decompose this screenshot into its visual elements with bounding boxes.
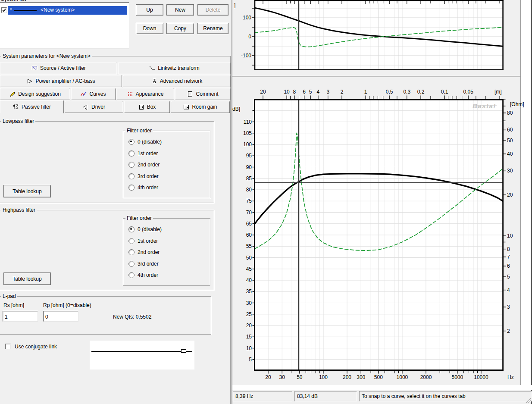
radio-label: 0 (disable): [138, 139, 162, 145]
lowpass-order-2-radio[interactable]: 2nd order: [128, 162, 160, 168]
svg-text:70: 70: [246, 210, 252, 216]
up-button[interactable]: Up: [136, 4, 163, 16]
svg-text:0,3: 0,3: [403, 89, 410, 95]
system-listbox[interactable]: * <New system>: [0, 2, 129, 49]
svg-text:5: 5: [507, 274, 510, 280]
svg-text:10: 10: [246, 345, 252, 351]
tab-linkwitz-transform[interactable]: Linkwitz transform: [118, 62, 231, 74]
rename-button[interactable]: Rename: [197, 23, 228, 34]
svg-text:500: 500: [374, 374, 383, 380]
highpass-table-lookup-button[interactable]: Table lookup: [3, 272, 51, 285]
highpass-order-1-radio[interactable]: 1st order: [128, 238, 158, 244]
svg-text:20: 20: [246, 323, 252, 329]
source-active-filter-icon: [31, 65, 38, 72]
svg-text:2000: 2000: [420, 374, 432, 380]
lpad-schematic: [90, 341, 194, 370]
copy-button[interactable]: Copy: [166, 23, 194, 34]
lowpass-order-3-radio[interactable]: 3rd order: [128, 173, 159, 179]
svg-text:45: 45: [246, 266, 252, 272]
svg-text:5: 5: [309, 89, 312, 95]
highpass-order-4-radio[interactable]: 4th order: [128, 272, 158, 278]
svg-text:50: 50: [246, 255, 252, 261]
radio-label: 3rd order: [138, 173, 159, 179]
svg-text:6: 6: [507, 263, 510, 269]
lowpass-order-0-radio[interactable]: 0 (disable): [128, 139, 162, 145]
new-qts-value: New Qts: 0,5502: [113, 314, 151, 320]
svg-text:2: 2: [341, 89, 344, 95]
svg-text:2: 2: [507, 328, 510, 334]
svg-text:200: 200: [343, 374, 351, 380]
linkwitz-transform-icon: [149, 65, 155, 72]
lowpass-filter-order-legend: Filter order: [125, 128, 153, 134]
new-button[interactable]: New: [166, 4, 194, 16]
advanced-network-icon: [151, 78, 157, 85]
radio-label: 4th order: [138, 185, 158, 191]
svg-text:35: 35: [246, 288, 252, 294]
rs-label: Rs [ohm]: [3, 302, 24, 308]
radio-icon: [128, 139, 135, 145]
tab-source-active-filter[interactable]: Source / Active filter: [0, 62, 117, 74]
tab-room-gain[interactable]: Room gain: [171, 101, 230, 113]
hz-axis-unit: Hz: [507, 374, 514, 380]
curves-icon: [81, 91, 87, 97]
svg-text:5000: 5000: [451, 374, 463, 380]
tab-label: Curves: [89, 91, 106, 97]
svg-text:5: 5: [249, 357, 252, 363]
down-button[interactable]: Down: [136, 23, 163, 34]
system-visible-checkbox[interactable]: [1, 7, 7, 13]
svg-text:0,1: 0,1: [441, 89, 448, 95]
status-hint-text: To snap to a curve, select it on the cur…: [359, 391, 532, 401]
tab-label: Appearance: [136, 91, 164, 97]
svg-text:30: 30: [246, 300, 252, 306]
tab-design-suggestion[interactable]: Design suggestion: [0, 88, 70, 100]
lowpass-order-4-radio[interactable]: 4th order: [128, 185, 158, 191]
radio-label: 4th order: [138, 272, 158, 278]
svg-text:90: 90: [246, 164, 252, 170]
tab-label: Power amplifier / AC-bass: [35, 78, 95, 84]
tab-label: Linkwitz transform: [158, 65, 200, 71]
tab-driver[interactable]: Driver: [65, 101, 123, 113]
lowpass-filter-order-groupbox: Filter order 0 (disable)1st order2nd ord…: [123, 131, 210, 198]
highpass-order-2-radio[interactable]: 2nd order: [128, 249, 160, 255]
svg-text:80: 80: [246, 187, 252, 193]
rp-input[interactable]: [43, 311, 78, 322]
svg-text:4: 4: [317, 89, 320, 95]
lowpass-table-lookup-button[interactable]: Table lookup: [3, 185, 51, 197]
charts-canvas: 1000-100]201086543210,50,30,20,10,05[m]B…: [232, 0, 532, 389]
tab-label: Driver: [91, 104, 105, 110]
highpass-filter-order-legend: Filter order: [125, 215, 153, 221]
rs-input[interactable]: [3, 311, 38, 322]
svg-text:30: 30: [507, 168, 513, 174]
status-level-readout: 83,14 dB: [294, 391, 357, 401]
highpass-order-0-radio[interactable]: 0 (disable): [128, 226, 162, 232]
tab-advanced-network[interactable]: Advanced network: [123, 75, 231, 87]
spl-impedance-chart: 201086543210,50,30,20,10,05[m]Basta!1101…: [232, 89, 524, 380]
svg-text:75: 75: [246, 198, 252, 204]
tab-appearance[interactable]: Appearance: [116, 88, 174, 100]
svg-text:0,2: 0,2: [417, 89, 425, 95]
tab-comment[interactable]: Comment: [175, 88, 231, 100]
radio-label: 2nd order: [138, 162, 160, 168]
tab-passive-filter[interactable]: Passive filter: [0, 100, 64, 113]
delete-button[interactable]: Delete: [197, 4, 228, 16]
lowpass-order-1-radio[interactable]: 1st order: [128, 150, 158, 157]
svg-text:60: 60: [246, 232, 252, 238]
radio-icon: [128, 249, 135, 255]
radio-icon: [128, 173, 135, 179]
svg-text:80: 80: [507, 110, 513, 116]
system-parameters-legend: System parameters for <New system>: [1, 53, 92, 59]
tab-curves[interactable]: Curves: [71, 88, 116, 100]
tab-label: Advanced network: [160, 78, 203, 84]
lowpass-filter-legend: Lowpass filter: [1, 118, 35, 124]
svg-text:55: 55: [246, 243, 252, 249]
radio-label: 3rd order: [138, 261, 159, 267]
tab-box[interactable]: Box: [124, 101, 170, 113]
tab-label: Design suggestion: [18, 91, 61, 97]
highpass-order-3-radio[interactable]: 3rd order: [128, 261, 159, 267]
svg-text:7: 7: [507, 254, 510, 260]
highpass-filter-order-groupbox: Filter order 0 (disable)1st order2nd ord…: [123, 218, 210, 286]
use-conjugate-link-checkbox[interactable]: [5, 344, 11, 349]
system-modified-marker: *: [10, 7, 12, 13]
tab-power-amplifier-ac-bass[interactable]: Power amplifier / AC-bass: [0, 75, 122, 87]
resize-grip[interactable]: [526, 398, 531, 404]
